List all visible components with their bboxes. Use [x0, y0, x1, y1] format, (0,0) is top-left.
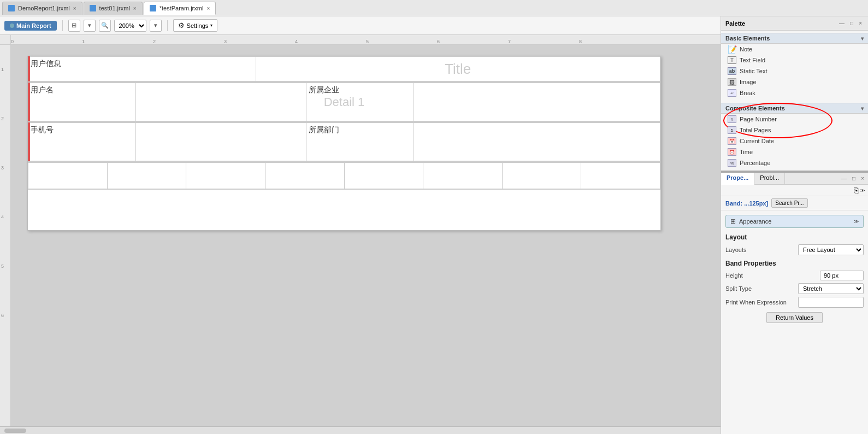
- palette-item-textfield[interactable]: T Text Field: [721, 55, 868, 66]
- item-label: Page Number: [740, 116, 777, 122]
- cell-company-value: [414, 83, 660, 121]
- image-icon: 🖼: [728, 78, 736, 86]
- palette-item-time[interactable]: ⏰ Time: [721, 146, 868, 157]
- props-maximize-btn[interactable]: □: [851, 175, 857, 182]
- band-label: Band: ...125px]: [725, 200, 768, 207]
- item-label: Note: [740, 46, 752, 52]
- main-area: Main Report ⊞ ▾ 🔍 50% 75% 100% 150% 200%…: [0, 16, 868, 434]
- cell-company-label: 所属企业: [306, 83, 414, 121]
- palette-header: Palette — □ ×: [721, 16, 868, 31]
- properties-panel: Prope... Probl... — □ × ⎘ ≫ Band: ...125…: [721, 172, 868, 434]
- gear-icon: ⚙: [178, 21, 185, 30]
- palette-item-pagenumber[interactable]: # Page Number: [721, 114, 868, 125]
- layouts-row: Layouts Free Layout Grid Layout: [725, 244, 864, 255]
- section-indicator: [28, 122, 30, 161]
- appearance-icon: ⊞: [730, 218, 736, 225]
- tab-demoreport[interactable]: DemoReport1.jrxml ×: [2, 2, 82, 15]
- settings-label: Settings: [187, 22, 209, 29]
- separator: [62, 20, 63, 31]
- totalpages-icon: Σ: [728, 126, 736, 134]
- section-header-label: Composite Elements: [725, 105, 785, 112]
- detail2-section: 手机号 所属部门: [28, 122, 660, 162]
- collapse-arrow-icon: ▾: [861, 36, 864, 42]
- palette-item-image[interactable]: 🖼 Image: [721, 77, 868, 87]
- section-indicator: [28, 83, 30, 121]
- zoom-minus-btn[interactable]: 🔍: [99, 20, 111, 32]
- splittype-row: Split Type Stretch Prevent Immediate: [725, 283, 864, 294]
- height-label: Height: [725, 272, 818, 279]
- return-values-container: Return Values: [725, 312, 864, 323]
- breadcrumb-label: Main Report: [16, 22, 51, 29]
- title-section: 用户信息 Title: [28, 56, 660, 83]
- cell-title-placeholder: Title: [256, 57, 660, 81]
- zoom-select[interactable]: 50% 75% 100% 150% 200% 300%: [114, 20, 146, 32]
- print-when-label: Print When Expression: [725, 299, 796, 306]
- footer-table: [28, 162, 660, 189]
- palette-item-statictext[interactable]: ab Static Text: [721, 66, 868, 77]
- tab-problems[interactable]: Probl...: [754, 173, 785, 184]
- breadcrumb[interactable]: Main Report: [4, 21, 57, 31]
- return-values-button[interactable]: Return Values: [766, 312, 823, 323]
- palette-item-note[interactable]: 📝 Note: [721, 44, 868, 55]
- print-when-value[interactable]: [798, 297, 864, 308]
- chevron-right-icon: ≫: [854, 219, 859, 224]
- cell-label: 所属部门: [309, 125, 339, 134]
- title-placeholder-text: Title: [445, 61, 471, 77]
- cell-phone-value: [135, 123, 306, 161]
- textfield-icon: T: [728, 56, 736, 64]
- cell-label: 用户名: [31, 85, 54, 94]
- palette-item-totalpages[interactable]: Σ Total Pages: [721, 125, 868, 136]
- cell-phone-label: 手机号: [28, 123, 136, 161]
- tab-close-btn[interactable]: ×: [133, 5, 137, 11]
- palette-item-currentdate[interactable]: 📅 Current Date: [721, 136, 868, 146]
- panel-controls: — □ ×: [837, 173, 868, 184]
- layout-section-title: Layout: [725, 233, 864, 241]
- panel-controls: — □ ×: [837, 20, 864, 27]
- search-props-button[interactable]: Search Pr...: [771, 198, 807, 208]
- layouts-select[interactable]: Free Layout Grid Layout: [798, 244, 864, 255]
- props-minimize-btn[interactable]: —: [840, 175, 848, 182]
- item-label: Percentage: [740, 160, 770, 166]
- layouts-label: Layouts: [725, 247, 796, 253]
- item-label: Break: [740, 90, 755, 96]
- item-label: Total Pages: [740, 127, 771, 133]
- time-icon: ⏰: [728, 148, 736, 156]
- settings-button[interactable]: ⚙ Settings ▾: [173, 19, 218, 32]
- item-label: Static Text: [740, 68, 767, 74]
- basic-elements-header[interactable]: Basic Elements ▾: [721, 33, 868, 44]
- grid-toggle-btn[interactable]: ⊞: [68, 20, 80, 32]
- left-ruler: 1 2 3 4 5 6: [0, 45, 11, 426]
- detail1-section: Detail 1 用户名 所属企业: [28, 83, 660, 122]
- canvas-scroll-area[interactable]: 用户信息 Title Detail 1: [11, 45, 721, 426]
- cell-dept-label: 所属部门: [306, 123, 414, 161]
- close-panel-btn[interactable]: ×: [857, 20, 864, 27]
- palette-items-list: 📝 Note T Text Field ab Static Text 🖼 Ima…: [721, 44, 868, 98]
- title-table: 用户信息 Title: [28, 56, 660, 81]
- appearance-button[interactable]: ⊞ Appearance ≫: [725, 215, 864, 228]
- tab-bar: DemoReport1.jrxml × test01.jrxml × *test…: [0, 0, 868, 16]
- split-type-select[interactable]: Stretch Prevent Immediate: [798, 283, 864, 294]
- tab-test01[interactable]: test01.jrxml ×: [84, 2, 143, 15]
- zoom-dropdown-btn[interactable]: ▾: [150, 20, 162, 32]
- palette-panel: Palette — □ × Basic Elements ▾ 📝: [721, 16, 868, 172]
- palette-item-break[interactable]: ↵ Break: [721, 87, 868, 98]
- palette-item-percentage[interactable]: % Percentage: [721, 157, 868, 168]
- tab-close-btn[interactable]: ×: [73, 5, 76, 11]
- canvas-main: 1 2 3 4 5 6 用: [0, 45, 721, 426]
- composite-elements-section: Composite Elements ▾ # Page Number Σ Tot…: [721, 101, 868, 171]
- tab-testparam[interactable]: *testParam.jrxml ×: [144, 2, 216, 15]
- section-header-label: Basic Elements: [725, 35, 770, 42]
- dropdown-btn[interactable]: ▾: [84, 20, 96, 32]
- maximize-btn[interactable]: □: [848, 20, 855, 27]
- props-copy-btn[interactable]: ⎘: [854, 186, 858, 195]
- cell-username-value: [135, 83, 306, 121]
- props-close-btn[interactable]: ×: [859, 175, 866, 182]
- canvas-scrollbar[interactable]: [0, 426, 721, 434]
- minimize-btn[interactable]: —: [837, 20, 846, 27]
- composite-elements-header[interactable]: Composite Elements ▾: [721, 103, 868, 114]
- tab-icon: [150, 5, 156, 11]
- tab-close-btn[interactable]: ×: [206, 5, 210, 11]
- tab-properties[interactable]: Prope...: [721, 173, 754, 185]
- tab-label: DemoReport1.jrxml: [18, 5, 70, 11]
- detail2-table: 手机号 所属部门: [28, 122, 660, 161]
